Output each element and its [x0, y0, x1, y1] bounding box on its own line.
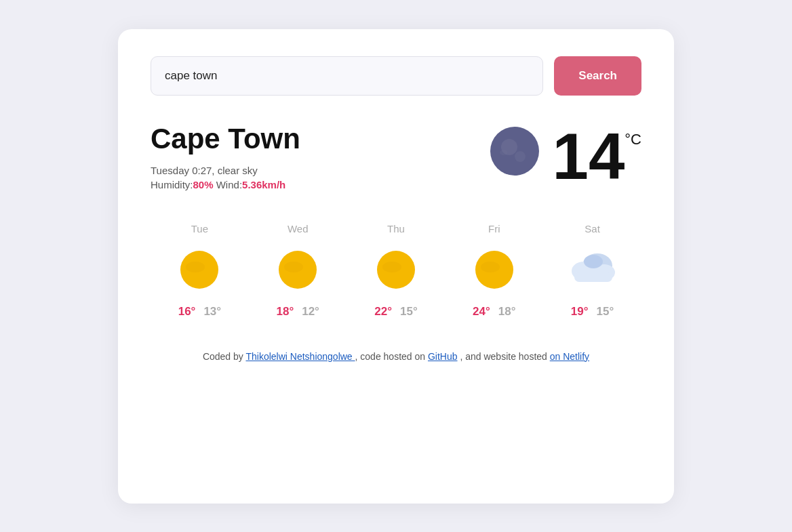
temperature-number: 14 °C [553, 124, 641, 189]
moon-icon [490, 127, 539, 176]
forecast-temp-low: 12° [302, 305, 319, 319]
search-button[interactable]: Search [554, 56, 641, 96]
forecast-temp-high: 22° [374, 305, 392, 319]
svg-point-11 [481, 262, 500, 272]
current-weather-section: Cape Town Tuesday 0:27, clear sky Humidi… [151, 123, 641, 190]
forecast-day-label: Tue [191, 223, 208, 234]
humidity-label: Humidity: [151, 179, 193, 190]
svg-point-5 [186, 262, 205, 272]
temperature-unit: °C [625, 131, 641, 148]
forecast-day-wed: Wed 18°12° [249, 223, 347, 319]
forecast-temp-high: 18° [276, 305, 294, 319]
weather-card: Search Cape Town Tuesday 0:27, clear sky… [118, 29, 674, 504]
weather-description: Tuesday 0:27, clear sky [151, 165, 300, 176]
footer-text-end: , and website hosted [458, 351, 550, 362]
forecast-day-thu: Thu 22°15° [347, 223, 446, 319]
humidity-value: 80% [193, 179, 214, 190]
footer-text-mid: , code hosted on [355, 351, 428, 362]
forecast-day-fri: Fri 24°18° [445, 223, 543, 319]
forecast-row: Tue 16°13°Wed 18°12°Thu 22°15°Fri 24°18°… [151, 223, 641, 319]
forecast-temps: 22°15° [374, 305, 417, 319]
forecast-temp-low: 15° [597, 305, 614, 319]
sun-icon [175, 245, 224, 294]
forecast-temps: 16°13° [178, 305, 221, 319]
temperature-display: 14 °C [490, 124, 641, 189]
forecast-temps: 18°12° [276, 305, 319, 319]
forecast-temps: 19°15° [571, 305, 614, 319]
forecast-day-label: Sat [585, 223, 600, 234]
wind-value: 5.36km/h [242, 179, 285, 190]
weather-stats: Humidity:80% Wind:5.36km/h [151, 179, 300, 190]
svg-point-7 [284, 262, 303, 272]
footer-author-link[interactable]: Thikolelwi Netshiongolwe [245, 351, 355, 362]
search-row: Search [151, 56, 641, 96]
footer-github-link[interactable]: GitHub [428, 351, 458, 362]
sun-icon [470, 245, 519, 294]
svg-rect-15 [574, 272, 612, 282]
sun-icon [372, 245, 420, 294]
sun-icon [273, 245, 322, 294]
svg-point-9 [382, 262, 401, 272]
forecast-day-tue: Tue 16°13° [151, 223, 249, 319]
forecast-temp-high: 19° [571, 305, 589, 319]
forecast-temp-low: 13° [203, 305, 221, 319]
cloud-icon [562, 245, 623, 294]
svg-point-2 [515, 151, 526, 162]
footer-netlify-link[interactable]: on Netlify [550, 351, 589, 362]
search-input[interactable] [151, 56, 543, 96]
svg-point-3 [500, 150, 508, 155]
footer-text-before: Coded by [203, 351, 246, 362]
forecast-temp-low: 15° [400, 305, 418, 319]
forecast-temp-low: 18° [498, 305, 516, 319]
footer: Coded by Thikolelwi Netshiongolwe , code… [151, 351, 641, 362]
forecast-day-label: Thu [387, 223, 405, 234]
forecast-day-label: Wed [288, 223, 309, 234]
forecast-temp-high: 24° [473, 305, 490, 319]
forecast-day-sat: Sat 19°15° [543, 223, 641, 319]
city-info: Cape Town Tuesday 0:27, clear sky Humidi… [151, 123, 300, 190]
forecast-temp-high: 16° [178, 305, 196, 319]
wind-label: Wind: [214, 179, 243, 190]
forecast-day-label: Fri [488, 223, 500, 234]
forecast-temps: 24°18° [473, 305, 515, 319]
svg-point-16 [584, 255, 603, 268]
temperature-value: 14 [553, 124, 625, 189]
city-name: Cape Town [151, 123, 300, 155]
